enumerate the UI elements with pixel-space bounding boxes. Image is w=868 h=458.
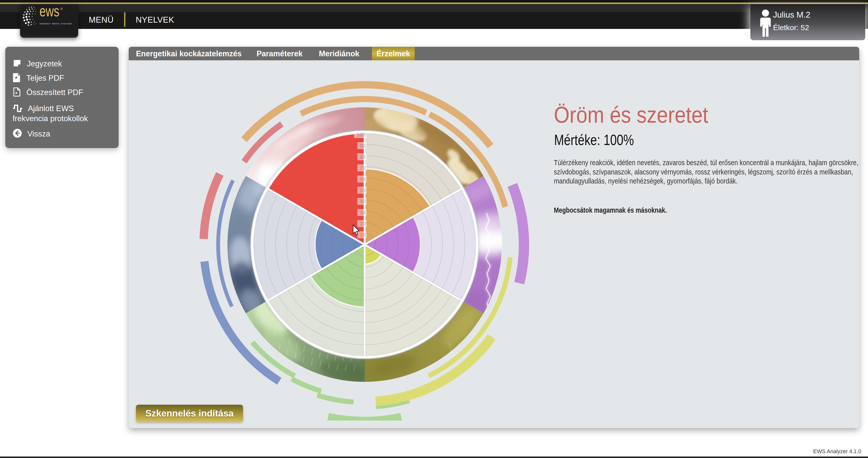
svg-text:20: 20 [360,221,365,226]
svg-text:70: 70 [360,165,365,171]
svg-text:30: 30 [360,210,365,215]
svg-text:80: 80 [360,154,365,160]
svg-text:®: ® [60,7,63,11]
svg-text:50: 50 [360,187,365,193]
svg-text:90: 90 [360,143,365,149]
svg-text:100: 100 [356,132,365,138]
svg-text:ews: ews [39,4,59,20]
svg-text:40: 40 [360,199,365,204]
svg-text:ENERGY WAVE SYSTEM: ENERGY WAVE SYSTEM [40,23,72,25]
svg-text:60: 60 [360,176,365,182]
svg-text:10: 10 [360,232,365,238]
